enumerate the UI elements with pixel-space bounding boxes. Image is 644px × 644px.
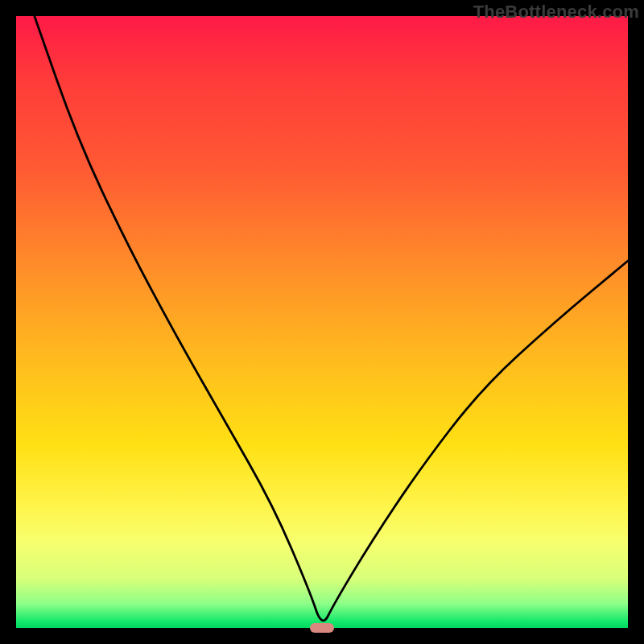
chart-frame: TheBottleneck.com	[0, 0, 644, 644]
optimal-point-marker	[310, 623, 334, 633]
curve-path	[35, 16, 628, 621]
watermark-text: TheBottleneck.com	[473, 2, 639, 23]
bottleneck-curve	[16, 16, 628, 628]
plot-area	[16, 16, 628, 628]
